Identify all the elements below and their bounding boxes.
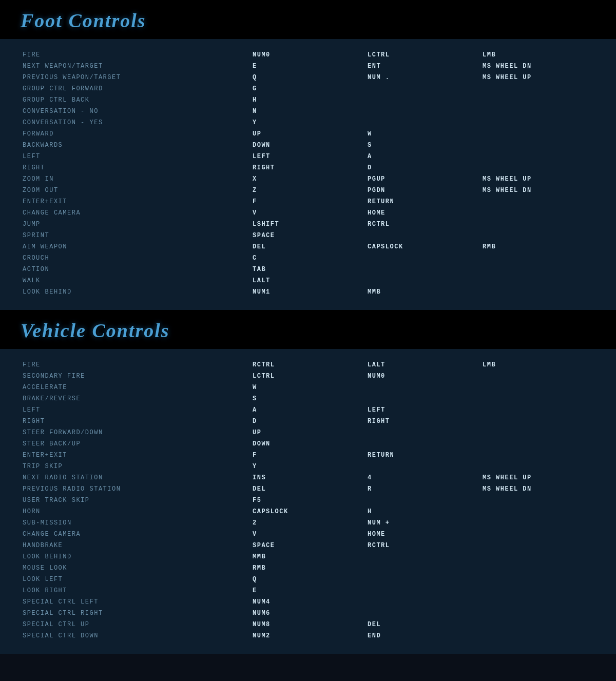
key2-label: 4 — [365, 472, 480, 483]
key1-label: E — [251, 585, 365, 596]
action-label: BACKWARDS — [21, 140, 251, 151]
action-label: LOOK BEHIND — [21, 551, 251, 562]
key1-label: DOWN — [251, 438, 365, 450]
action-label: HANDBRAKE — [21, 540, 251, 551]
key3-label — [480, 608, 595, 619]
key3-label: MS WHEEL DN — [480, 61, 595, 72]
action-label: SPECIAL CTRL DOWN — [21, 630, 251, 641]
key2-label: NUM + — [365, 517, 480, 529]
table-row: SECONDARY FIRE LCTRL NUM0 — [21, 371, 595, 382]
table-row: RIGHT D RIGHT — [21, 416, 595, 427]
key1-label: Q — [251, 574, 365, 585]
key3-label — [480, 596, 595, 608]
key1-label: DOWN — [251, 140, 365, 151]
key3-label: MS WHEEL UP — [480, 472, 595, 483]
action-label: SPRINT — [21, 230, 251, 241]
key1-label: DEL — [251, 241, 365, 252]
key2-label: END — [365, 630, 480, 641]
table-row: BRAKE/REVERSE S — [21, 393, 595, 404]
table-row: RIGHT RIGHT D — [21, 162, 595, 173]
action-label: BRAKE/REVERSE — [21, 393, 251, 404]
key1-label: NUM4 — [251, 596, 365, 608]
table-row: CROUCH C — [21, 252, 595, 264]
vehicle-controls-title: Vehicle Controls — [21, 319, 170, 342]
table-row: LOOK RIGHT E — [21, 585, 595, 596]
key1-label: RIGHT — [251, 162, 365, 173]
key3-label — [480, 252, 595, 264]
key2-label — [365, 596, 480, 608]
key3-label — [480, 619, 595, 630]
key2-label: LALT — [365, 359, 480, 371]
key2-label: D — [365, 162, 480, 173]
foot-controls-table: FIRE NUM0 LCTRL LMB NEXT WEAPON/TARGET E… — [21, 49, 595, 298]
key3-label: RMB — [480, 241, 595, 252]
key1-label: NUM8 — [251, 619, 365, 630]
action-label: ZOOM IN — [21, 173, 251, 185]
key2-label: NUM . — [365, 72, 480, 83]
action-label: CONVERSATION - NO — [21, 106, 251, 117]
key3-label — [480, 264, 595, 275]
key3-label: MS WHEEL UP — [480, 72, 595, 83]
table-row: ZOOM IN X PGUP MS WHEEL UP — [21, 173, 595, 185]
key2-label — [365, 608, 480, 619]
key2-label — [365, 551, 480, 562]
action-label: AIM WEAPON — [21, 241, 251, 252]
table-row: BACKWARDS DOWN S — [21, 140, 595, 151]
action-label: ACTION — [21, 264, 251, 275]
table-row: HANDBRAKE SPACE RCTRL — [21, 540, 595, 551]
action-label: SPECIAL CTRL UP — [21, 619, 251, 630]
key3-label: LMB — [480, 49, 595, 61]
action-label: TRIP SKIP — [21, 461, 251, 472]
key1-label: F5 — [251, 495, 365, 506]
table-row: FIRE RCTRL LALT LMB — [21, 359, 595, 371]
key1-label: V — [251, 207, 365, 219]
key3-label — [480, 551, 595, 562]
key1-label: S — [251, 393, 365, 404]
key3-label — [480, 506, 595, 517]
action-label: LOOK RIGHT — [21, 585, 251, 596]
key3-label — [480, 382, 595, 393]
key3-label — [480, 438, 595, 450]
action-label: JUMP — [21, 219, 251, 230]
table-row: FORWARD UP W — [21, 128, 595, 140]
table-row: USER TRACK SKIP F5 — [21, 495, 595, 506]
table-row: CONVERSATION - NO N — [21, 106, 595, 117]
action-label: SUB-MISSION — [21, 517, 251, 529]
table-row: JUMP LSHIFT RCTRL — [21, 219, 595, 230]
table-row: PREVIOUS WEAPON/TARGET Q NUM . MS WHEEL … — [21, 72, 595, 83]
action-label: SPECIAL CTRL LEFT — [21, 596, 251, 608]
action-label: NEXT WEAPON/TARGET — [21, 61, 251, 72]
vehicle-controls-content: FIRE RCTRL LALT LMB SECONDARY FIRE LCTRL… — [0, 349, 616, 654]
key1-label: INS — [251, 472, 365, 483]
foot-controls-section: Foot Controls FIRE NUM0 LCTRL LMB NEXT W… — [0, 0, 616, 310]
table-row: CHANGE CAMERA V HOME — [21, 529, 595, 540]
key3-label: MS WHEEL DN — [480, 483, 595, 495]
foot-controls-title: Foot Controls — [21, 9, 146, 32]
key2-label — [365, 94, 480, 106]
key1-label: V — [251, 529, 365, 540]
key2-label: DEL — [365, 619, 480, 630]
action-label: ENTER+EXIT — [21, 196, 251, 207]
table-row: HORN CAPSLOCK H — [21, 506, 595, 517]
action-label: PREVIOUS RADIO STATION — [21, 483, 251, 495]
key2-label: W — [365, 128, 480, 140]
key2-label: R — [365, 483, 480, 495]
key2-label — [365, 461, 480, 472]
key2-label: RCTRL — [365, 219, 480, 230]
action-label: STEER FORWARD/DOWN — [21, 427, 251, 438]
key2-label: CAPSLOCK — [365, 241, 480, 252]
key3-label — [480, 128, 595, 140]
key1-label: SPACE — [251, 230, 365, 241]
key3-label — [480, 230, 595, 241]
key2-label: ENT — [365, 61, 480, 72]
key1-label: UP — [251, 427, 365, 438]
key2-label: PGUP — [365, 173, 480, 185]
key1-label: LSHIFT — [251, 219, 365, 230]
key1-label: NUM6 — [251, 608, 365, 619]
table-row: LOOK BEHIND NUM1 MMB — [21, 286, 595, 298]
action-label: SPECIAL CTRL RIGHT — [21, 608, 251, 619]
key2-label: RETURN — [365, 196, 480, 207]
key1-label: Y — [251, 461, 365, 472]
key1-label: 2 — [251, 517, 365, 529]
key2-label — [365, 106, 480, 117]
